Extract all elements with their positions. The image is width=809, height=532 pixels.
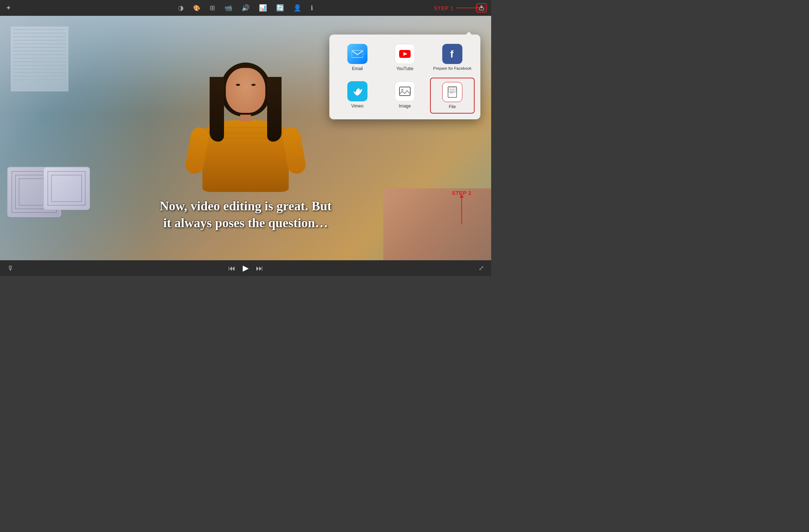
toolbar: ✦ ◑ 🎨 ⊞ 📹 🔊 📊 🔄 👤 ℹ STEP 1 <box>0 0 491 16</box>
subtitle-line1: Now, video editing is great. But <box>49 198 442 215</box>
fullscreen-button[interactable]: ⤢ <box>479 264 484 272</box>
svg-marker-1 <box>480 5 483 7</box>
share-item-email[interactable]: Email <box>335 40 380 75</box>
bottom-bar: 🎙 ⏮ ▶ ⏭ ⤢ <box>0 260 491 276</box>
share-item-facebook[interactable]: f Prepare for Facebook <box>430 40 475 75</box>
share-item-vimeo[interactable]: Vimeo <box>335 78 380 114</box>
rewind-button[interactable]: ⏮ <box>228 264 236 272</box>
forward-button[interactable]: ⏭ <box>256 264 263 272</box>
email-icon <box>347 44 367 64</box>
play-button[interactable]: ▶ <box>243 263 249 273</box>
svg-text:f: f <box>450 49 454 60</box>
facebook-icon: f <box>442 44 462 64</box>
color-palette-icon[interactable]: 🎨 <box>192 3 202 13</box>
svg-rect-3 <box>352 50 363 58</box>
facebook-label: Prepare for Facebook <box>433 66 471 70</box>
image-icon <box>395 81 415 101</box>
subtitles: Now, video editing is great. But it alwa… <box>49 198 442 231</box>
vimeo-label: Vimeo <box>351 104 364 109</box>
video-container: Now, video editing is great. But it alwa… <box>0 16 491 260</box>
video-overlay-icon[interactable]: 📹 <box>223 3 234 13</box>
svg-rect-14 <box>449 87 456 92</box>
toolbar-center: ◑ 🎨 ⊞ 📹 🔊 📊 🔄 👤 ℹ <box>177 3 315 13</box>
magic-wand-icon[interactable]: ✦ <box>4 3 13 13</box>
info-icon[interactable]: ℹ <box>309 3 315 13</box>
image-label: Image <box>399 104 411 109</box>
email-label: Email <box>352 66 363 71</box>
speed-icon[interactable]: 📊 <box>257 3 268 13</box>
step1-label: STEP 1 <box>434 5 453 11</box>
share-item-file[interactable]: File <box>430 78 475 114</box>
share-item-image[interactable]: Image <box>383 78 427 114</box>
file-label: File <box>449 104 456 109</box>
color-balance-icon[interactable]: ◑ <box>177 3 185 13</box>
portrait-icon[interactable]: 👤 <box>292 3 303 13</box>
toolbar-left: ✦ <box>4 3 13 13</box>
stabilize-icon[interactable]: 🔄 <box>275 3 285 13</box>
audio-icon[interactable]: 🔊 <box>240 3 251 13</box>
youtube-icon <box>395 44 415 64</box>
svg-rect-8 <box>399 87 410 96</box>
youtube-label: YouTube <box>396 66 413 71</box>
share-item-youtube[interactable]: YouTube <box>383 40 427 75</box>
step1-arrow <box>456 8 476 8</box>
subtitle-line2: it always poses the question… <box>49 215 442 231</box>
svg-rect-10 <box>448 87 457 97</box>
toolbar-right: STEP 1 <box>434 3 487 13</box>
vimeo-icon <box>347 81 367 101</box>
svg-point-9 <box>401 89 403 91</box>
file-icon <box>442 82 462 102</box>
microphone-icon[interactable]: 🎙 <box>7 265 14 272</box>
share-popup: Email YouTube f Prepare for Facebook <box>329 35 480 119</box>
crop-icon[interactable]: ⊞ <box>208 3 216 13</box>
